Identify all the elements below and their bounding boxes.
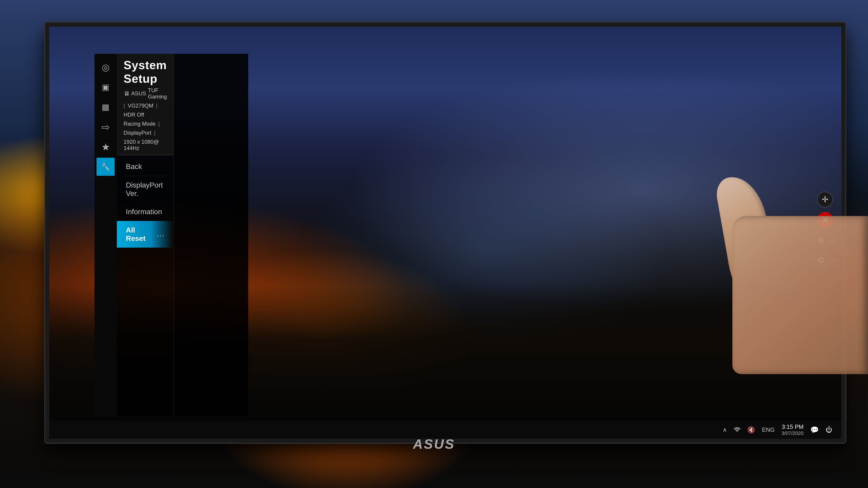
input-info: DisplayPort <box>124 130 151 136</box>
image-icon: ▣ <box>102 83 110 92</box>
power-icon: ⏻ <box>826 426 832 433</box>
input-label: DisplayPort <box>124 130 151 136</box>
asus-logo: ASUS <box>413 436 455 452</box>
monitor-brand-model: ASUS <box>131 90 146 97</box>
osd-main-panel: System Setup 🖥 ASUS TUF Gaming | VG279QM <box>117 54 174 416</box>
gaming-icon: ◎ <box>102 62 110 72</box>
hand-overlay <box>710 171 868 374</box>
palm <box>733 216 868 374</box>
hdr-status: HDR Off <box>124 111 144 118</box>
monitor-icon: 🖥 <box>124 90 129 97</box>
wifi-icon <box>734 427 741 432</box>
separator-1: | <box>124 103 125 109</box>
taskbar-language[interactable]: ENG <box>762 426 775 433</box>
menu-item-all-reset[interactable]: All Reset ... <box>117 221 174 248</box>
model-number: VG279QM <box>128 103 153 109</box>
menu-item-all-reset-label: All Reset <box>126 226 153 242</box>
taskbar-notification[interactable]: 💬 <box>810 426 819 434</box>
language-label: ENG <box>762 426 775 433</box>
favorite-icon: ★ <box>101 141 110 153</box>
separator-2: | <box>156 103 157 109</box>
taskbar-power[interactable]: ⏻ <box>826 426 832 433</box>
input-icon: ⇨ <box>101 121 110 133</box>
date-display: 3/07/2020 <box>781 430 804 436</box>
menu-item-back-label: Back <box>126 162 142 171</box>
separator-4: | <box>154 130 156 136</box>
color-icon: ▦ <box>102 102 110 112</box>
monitor-bottom-bar: ASUS <box>413 432 455 452</box>
monitor-name-info: 🖥 ASUS TUF Gaming <box>124 87 167 100</box>
sidebar-icon-settings[interactable]: 🔧 <box>96 158 115 176</box>
taskbar-clock: 3:15 PM 3/07/2020 <box>781 423 804 436</box>
scene: ◎ ▣ ▦ ⇨ ★ <box>0 0 868 488</box>
sidebar-icon-gaming[interactable]: ◎ <box>96 58 115 76</box>
menu-item-dots: ... <box>157 231 164 238</box>
osd-sidebar: ◎ ▣ ▦ ⇨ ★ <box>94 54 117 416</box>
sidebar-icon-favorite[interactable]: ★ <box>96 138 115 156</box>
menu-item-information[interactable]: Information <box>117 203 174 221</box>
notification-icon: 💬 <box>810 426 819 434</box>
osd-right-panel <box>174 54 248 416</box>
resolution-label: 1920 x 1080@ 144Hz <box>124 139 167 151</box>
mode-label: Racing Mode <box>124 121 156 127</box>
monitor-tuf: TUF Gaming <box>148 87 167 100</box>
taskbar-mute[interactable]: 🔇 <box>747 426 755 433</box>
osd-overlay: ◎ ▣ ▦ ⇨ ★ <box>94 54 248 416</box>
settings-icon: 🔧 <box>101 162 110 171</box>
osd-title: System Setup <box>124 58 167 86</box>
resolution-info: 1920 x 1080@ 144Hz <box>124 139 167 151</box>
osd-menu: Back DisplayPort Ver. Information All Re… <box>117 155 174 416</box>
menu-item-information-label: Information <box>126 207 162 216</box>
menu-item-displayport[interactable]: DisplayPort Ver. <box>117 176 174 203</box>
osd-header: System Setup 🖥 ASUS TUF Gaming | VG279QM <box>117 54 174 155</box>
sidebar-icon-image[interactable]: ▣ <box>96 78 115 96</box>
taskbar-chevron[interactable]: ∧ <box>723 426 727 433</box>
sidebar-icon-color[interactable]: ▦ <box>96 98 115 116</box>
chevron-icon: ∧ <box>723 426 727 433</box>
menu-item-back[interactable]: Back <box>117 158 174 176</box>
mode-info: Racing Mode <box>124 121 156 127</box>
hdr-info: HDR Off <box>124 111 144 118</box>
menu-item-displayport-label: DisplayPort Ver. <box>126 181 164 198</box>
model-number-info: VG279QM <box>128 103 153 109</box>
separator-3: | <box>158 121 160 127</box>
mute-icon: 🔇 <box>747 426 755 433</box>
taskbar-wifi[interactable] <box>734 427 741 432</box>
time-display: 3:15 PM <box>781 423 804 430</box>
sidebar-icon-input[interactable]: ⇨ <box>96 118 115 136</box>
osd-info-row: 🖥 ASUS TUF Gaming | VG279QM | HDR Off <box>124 87 167 151</box>
